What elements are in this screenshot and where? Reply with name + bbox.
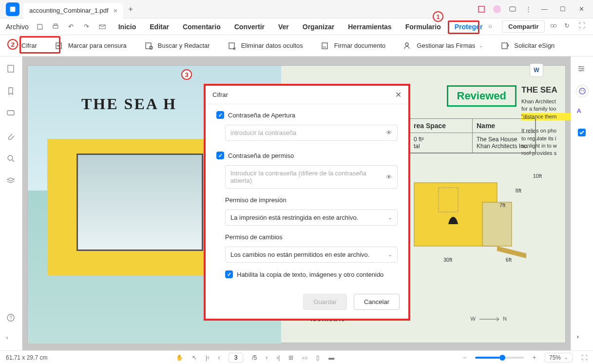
fullscreen-icon[interactable]: ⛶: [581, 354, 587, 361]
cancel-button[interactable]: Cancelar: [354, 294, 400, 310]
new-tab-button[interactable]: +: [128, 5, 133, 14]
redo-icon[interactable]: ↷: [81, 21, 92, 32]
eye-icon[interactable]: 👁: [386, 173, 392, 181]
tab-close-icon[interactable]: ×: [114, 6, 118, 15]
page-number-input[interactable]: [229, 353, 243, 363]
svg-rect-19: [7, 111, 14, 115]
share-button[interactable]: Compartir: [502, 20, 545, 33]
save-button[interactable]: Guardar: [303, 294, 347, 310]
prev-page-icon[interactable]: ‹: [218, 354, 220, 361]
comment-icon[interactable]: [6, 109, 16, 119]
expand-icon[interactable]: ⛶: [579, 22, 589, 32]
manage-sign-button[interactable]: Gestionar las Firmas ⌄: [400, 39, 486, 53]
open-password-checkbox[interactable]: [216, 111, 224, 119]
fit-page-icon[interactable]: ▭: [302, 354, 307, 361]
redact-mark-icon: [55, 41, 64, 51]
menu-editar[interactable]: Editar: [149, 21, 170, 33]
eye-icon[interactable]: 👁: [386, 129, 392, 136]
menu-bar: Archivo ↶ ↷ Inicio Editar Comentario Con…: [0, 19, 593, 35]
continuous-page-icon[interactable]: ▬: [328, 354, 334, 361]
first-page-icon[interactable]: |‹: [206, 354, 209, 361]
tab-filename: accounting_Combinar_1.pdf: [29, 7, 109, 14]
search-redact-button[interactable]: Buscar y Redactar: [141, 39, 213, 53]
lightbulb-icon[interactable]: ☼: [487, 22, 497, 32]
print-icon[interactable]: [50, 21, 61, 32]
mark-redact-button[interactable]: Marcar para censura: [52, 39, 130, 53]
collapse-right-icon[interactable]: ›: [577, 333, 588, 344]
print-permission-select[interactable]: La impresión está restringida en este ar…: [225, 210, 398, 226]
document-tab[interactable]: accounting_Combinar_1.pdf ×: [23, 3, 123, 19]
settings-sliders-icon[interactable]: [577, 64, 588, 75]
kebab-menu-icon[interactable]: ⋮: [524, 5, 533, 14]
title-bar: accounting_Combinar_1.pdf × + ⋮ — ☐ ✕: [0, 0, 593, 19]
minimize-button[interactable]: —: [537, 2, 551, 16]
next-page-icon[interactable]: ›: [266, 354, 268, 361]
encrypt-button[interactable]: Cifrar: [5, 39, 40, 53]
right-nav: A ›: [571, 57, 593, 350]
undo-icon[interactable]: ↶: [66, 21, 77, 32]
attachment-icon[interactable]: [6, 132, 16, 141]
collapse-left-icon[interactable]: ‹: [6, 334, 16, 344]
translate-icon[interactable]: A: [577, 107, 588, 118]
last-page-icon[interactable]: ›|: [276, 354, 280, 361]
remove-hidden-button[interactable]: Eliminar datos ocultos: [225, 39, 306, 53]
help-icon[interactable]: ?: [6, 313, 16, 323]
menu-formulario[interactable]: Formulario: [404, 21, 442, 33]
check-badge-icon[interactable]: [577, 128, 588, 138]
document-canvas[interactable]: THE SEA H INC. Reviewed THE SEA Khan Arc…: [22, 57, 571, 350]
change-permission-select[interactable]: Los cambios no están permitidos en este …: [225, 247, 398, 263]
protect-toolbar: Cifrar Marcar para censura Buscar y Reda…: [0, 35, 593, 57]
zoom-out-icon[interactable]: −: [463, 354, 466, 361]
open-password-label: Contraseña de Apertura: [228, 112, 295, 119]
permission-password-checkbox[interactable]: [216, 152, 224, 159]
ai-assistant-icon[interactable]: [576, 85, 589, 97]
export-word-icon[interactable]: W: [530, 63, 543, 77]
menu-organizar[interactable]: Organizar: [302, 21, 335, 33]
mark-redact-label: Marcar para censura: [68, 42, 127, 49]
zoom-select[interactable]: 75%⌄: [545, 353, 573, 363]
sign-doc-button[interactable]: Firmar documento: [318, 39, 388, 53]
search-nav-icon[interactable]: [6, 154, 16, 164]
request-esign-label: Solicitar eSign: [514, 42, 555, 49]
svg-point-8: [554, 24, 556, 27]
menu-proteger[interactable]: Proteger: [454, 21, 484, 33]
chevron-down-icon: ⌄: [388, 251, 392, 258]
zoom-in-icon[interactable]: +: [533, 354, 536, 361]
svg-rect-1: [478, 6, 484, 12]
menu-convertir[interactable]: Convertir: [233, 21, 266, 33]
svg-point-30: [579, 88, 585, 94]
fit-width-icon[interactable]: ⊞: [288, 354, 293, 361]
search-redact-label: Buscar y Redactar: [158, 42, 210, 49]
bookmark-icon[interactable]: [6, 87, 16, 96]
enable-copy-checkbox[interactable]: [225, 270, 233, 278]
save-icon[interactable]: [35, 21, 45, 32]
single-page-icon[interactable]: ▯: [316, 354, 320, 361]
request-esign-button[interactable]: Solicitar eSign: [497, 39, 557, 53]
main-area: ? ‹ THE SEA H INC. Reviewed THE SEA Khan…: [0, 57, 593, 350]
menu-comentario[interactable]: Comentario: [182, 21, 222, 33]
dialog-close-icon[interactable]: ✕: [395, 90, 402, 99]
layers-icon[interactable]: [6, 176, 16, 186]
select-tool-icon[interactable]: ↖: [192, 354, 197, 361]
reviewed-stamp: Reviewed: [447, 85, 517, 107]
mail-icon[interactable]: [97, 21, 108, 32]
chevron-down-icon: ⌄: [479, 43, 483, 48]
page-thumbs-icon[interactable]: [6, 64, 16, 74]
permission-password-input[interactable]: Introducir la contraseña (difiere de la …: [225, 165, 398, 189]
link-icon[interactable]: [550, 22, 559, 32]
menu-herramientas[interactable]: Herramientas: [347, 21, 393, 33]
menu-inicio[interactable]: Inicio: [117, 21, 137, 33]
notification-icon[interactable]: [477, 5, 486, 14]
sync-icon[interactable]: ↻: [564, 22, 574, 32]
close-window-button[interactable]: ✕: [574, 2, 588, 16]
svg-point-27: [579, 66, 580, 68]
svg-point-28: [582, 68, 583, 70]
hand-tool-icon[interactable]: ✋: [176, 354, 183, 361]
user-avatar-icon[interactable]: [493, 5, 501, 14]
menu-file[interactable]: Archivo: [5, 21, 30, 33]
zoom-slider[interactable]: [475, 357, 524, 359]
chat-icon[interactable]: [508, 5, 517, 14]
maximize-button[interactable]: ☐: [556, 2, 570, 16]
open-password-input[interactable]: introducir la contraseña 👁: [225, 125, 398, 141]
menu-ver[interactable]: Ver: [277, 21, 290, 33]
